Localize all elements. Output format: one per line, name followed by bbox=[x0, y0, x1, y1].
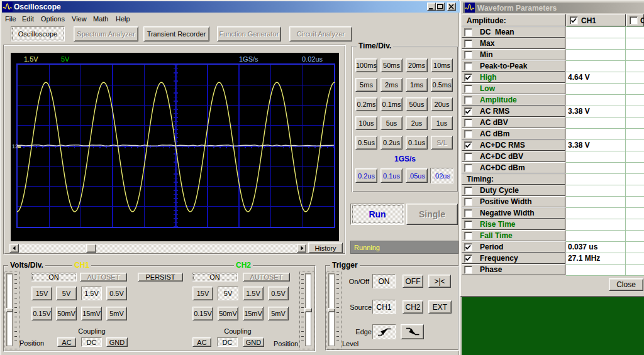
svg-text:12: 12 bbox=[12, 143, 18, 150]
svg-text:5V: 5V bbox=[61, 55, 70, 63]
svg-text:1GS/s: 1GS/s bbox=[239, 55, 258, 63]
svg-text:1.5V: 1.5V bbox=[24, 55, 38, 63]
svg-text:0.02us: 0.02us bbox=[302, 55, 323, 63]
